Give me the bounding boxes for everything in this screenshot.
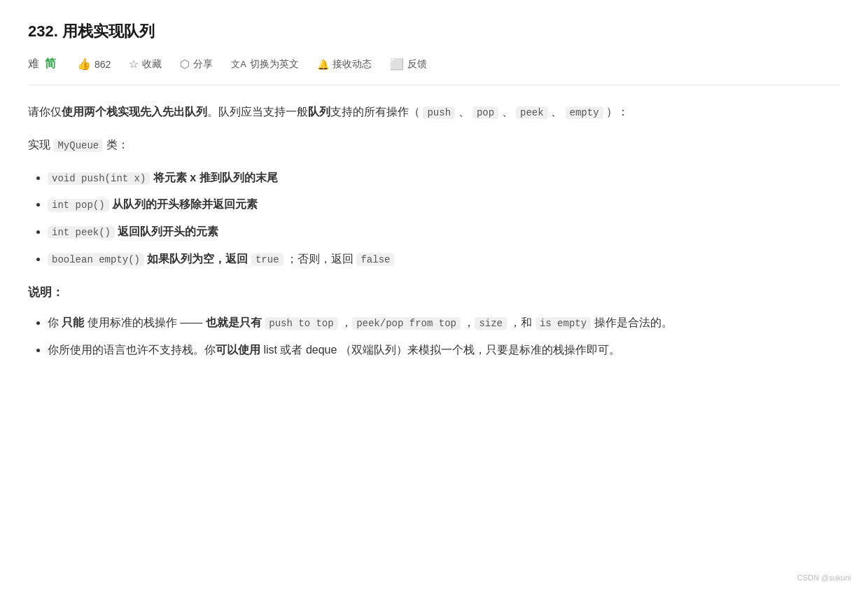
notify-label: 接收动态: [332, 58, 372, 71]
like-count: 862: [94, 59, 111, 70]
share-button[interactable]: ⬡ 分享: [173, 55, 220, 74]
like-button[interactable]: 👍 862: [70, 55, 118, 74]
push-to-top-code: push to top: [265, 317, 337, 330]
is-empty-code: is empty: [536, 317, 591, 330]
translate-button[interactable]: 文A 切换为英文: [224, 55, 306, 74]
method-peek-sig: int peek(): [48, 226, 115, 239]
star-icon: ☆: [129, 57, 139, 71]
false-code: false: [356, 253, 394, 266]
description-paragraph: 请你仅使用两个栈实现先入先出队列。队列应当支持一般队列支持的所有操作（ push…: [28, 102, 840, 123]
method-pop: int pop() 从队列的开头移除并返回元素: [48, 195, 840, 215]
true-code: true: [251, 253, 284, 266]
note-1: 你 只能 使用标准的栈操作 —— 也就是只有 push to top ，peek…: [48, 313, 840, 333]
notify-button[interactable]: 🔔 接收动态: [310, 55, 379, 74]
bell-icon: 🔔: [317, 59, 329, 70]
methods-list: void push(int x) 将元素 x 推到队列的末尾 int pop()…: [48, 168, 840, 270]
note-2: 你所使用的语言也许不支持栈。你可以使用 list 或者 deque （双端队列）…: [48, 340, 840, 361]
op-push: push: [423, 106, 455, 119]
feedback-icon: ⬜: [390, 57, 404, 71]
op-empty: empty: [566, 106, 603, 119]
content-area: 请你仅使用两个栈实现先入先出队列。队列应当支持一般队列支持的所有操作（ push…: [28, 102, 840, 361]
method-peek: int peek() 返回队列开头的元素: [48, 222, 840, 242]
page-title: 232. 用栈实现队列: [28, 21, 840, 42]
feedback-button[interactable]: ⬜ 反馈: [383, 55, 434, 74]
peek-pop-code: peek/pop from top: [352, 317, 461, 330]
like-icon: 👍: [77, 57, 91, 71]
fifo-label: 使用两个栈实现先入先出队列: [62, 106, 207, 118]
collect-label: 收藏: [142, 58, 162, 71]
implement-paragraph: 实现 MyQueue 类：: [28, 135, 840, 155]
translate-icon: 文A: [231, 58, 246, 71]
difficulty-label: 难: [28, 57, 39, 71]
method-empty-sig: boolean empty(): [48, 253, 144, 266]
share-label: 分享: [193, 58, 213, 71]
section-note-title: 说明：: [28, 282, 840, 304]
size-code: size: [475, 317, 507, 330]
method-push: void push(int x) 将元素 x 推到队列的末尾: [48, 168, 840, 188]
difficulty-easy: 简: [45, 57, 56, 71]
method-empty: boolean empty() 如果队列为空，返回 true ；否则，返回 fa…: [48, 249, 840, 270]
toolbar: 难 简 👍 862 ☆ 收藏 ⬡ 分享 文A 切换为英文 🔔 接收动态 ⬜ 反馈: [28, 55, 840, 85]
collect-button[interactable]: ☆ 收藏: [122, 55, 169, 74]
share-icon: ⬡: [180, 57, 190, 71]
notes-list: 你 只能 使用标准的栈操作 —— 也就是只有 push to top ，peek…: [48, 313, 840, 361]
translate-label: 切换为英文: [250, 58, 299, 71]
feedback-label: 反馈: [407, 58, 427, 71]
op-peek: peek: [516, 106, 548, 119]
classname-code: MyQueue: [53, 139, 103, 152]
op-pop: pop: [472, 106, 498, 119]
method-pop-sig: int pop(): [48, 199, 109, 211]
method-push-sig: void push(int x): [48, 172, 150, 185]
